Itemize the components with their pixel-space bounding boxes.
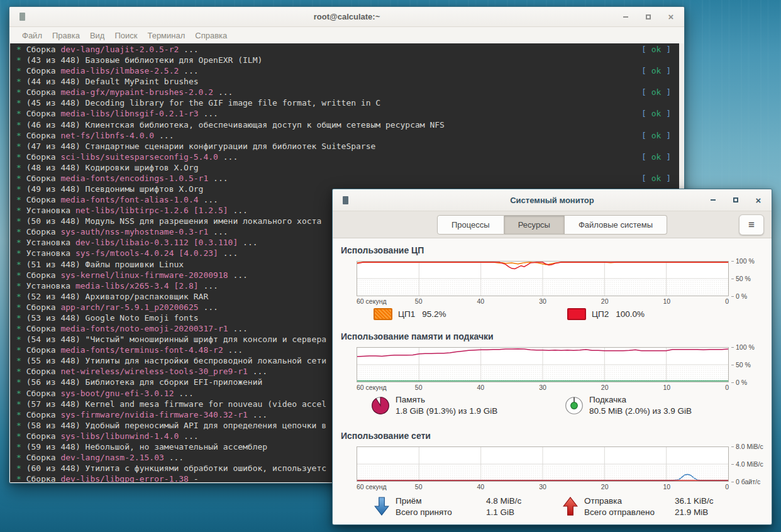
y-tick-label: 100 % [731,257,755,265]
terminal-line: * Сборка media-libs/ilmbase-2.5.2 ...[ o… [16,65,684,76]
x-tick-label: 60 секунд [357,384,387,391]
terminal-line: * (45 из 448) Decoding library for the G… [16,97,684,108]
cpu1-value: 95.2% [422,309,446,319]
y-tick-label: 50 % [731,361,751,369]
memory-section-title: Использование памяти и подкачки [341,331,771,341]
swap-pie-icon [565,396,584,415]
received-total-label: Всего принято [396,507,476,517]
terminal-line: * Сборка net-fs/libnfs-4.0.0 ...[ ok ] [16,130,684,141]
x-tick-label: 10 [663,384,670,391]
system-monitor-window: Системный монитор × Процессы Ресурсы Фай… [332,189,772,525]
x-tick-label: 60 секунд [357,483,387,490]
memory-x-axis: 60 секунд50403020100 [357,382,729,392]
terminal-line: * (47 из 448) Стандартные сценарии конфи… [16,141,684,152]
memory-label: Память [396,395,497,404]
y-tick-label: 0 % [731,292,747,300]
terminal-line: * (43 из 448) Базовые библиотеки для Ope… [16,55,684,65]
ok-status: [ ok ] [641,87,671,97]
tab-bar: Процессы Ресурсы Файловые системы ≡ [333,211,772,238]
sent-total-label: Всего отправлено [584,507,665,517]
x-tick-label: 30 [539,297,546,305]
cpu-section-title: Использование ЦП [341,245,771,255]
close-button[interactable]: × [664,11,678,23]
cpu-x-axis: 60 секунд50403020100 [357,296,729,306]
x-tick-label: 40 [477,297,484,305]
x-tick-label: 30 [539,384,546,391]
y-tick-label: 0 байт/c [731,478,760,485]
memory-pie-icon [371,396,390,415]
receive-label: Приём [396,496,476,506]
maximize-button[interactable] [729,194,743,206]
ok-status: [ ok ] [641,173,671,184]
ok-status: [ ok ] [641,108,671,119]
x-tick-label: 20 [601,483,609,490]
download-arrow-icon [374,496,390,517]
cpu1-legend: ЦП1 95.2% [374,308,446,320]
sent-total-value: 21.9 MiB [675,507,714,517]
send-rate: 36.1 KiB/c [675,496,714,506]
x-tick-label: 50 [415,384,423,391]
ok-status: [ ok ] [641,65,671,76]
menu-item-файл[interactable]: Файл [17,31,47,40]
upload-arrow-icon [562,496,579,517]
menu-item-вид[interactable]: Вид [85,31,110,40]
network-chart [357,446,729,482]
terminal-line: * (44 из 448) Default MyPaint brushes [16,76,684,87]
terminal-title: root@calculate:~ [9,12,684,21]
tab-filesystems[interactable]: Файловые системы [565,215,667,235]
network-section-title: Использование сети [341,431,771,441]
y-tick-label: 4.0 MiB/c [731,460,763,468]
tab-resources[interactable]: Ресурсы [504,215,565,235]
memory-detail: 1.8 GiB (91.3%) из 1.9 GiB [396,406,497,416]
menu-button[interactable]: ≡ [739,214,764,235]
menu-item-справка[interactable]: Справка [190,31,232,40]
x-tick-label: 30 [539,483,546,490]
terminal-menubar: ФайлПравкаВидПоискТерминалСправка [9,27,684,43]
tab-processes[interactable]: Процессы [437,215,504,235]
receive-rate: 4.8 MiB/c [486,496,521,506]
send-label: Отправка [584,496,665,506]
terminal-line: * Сборка dev-lang/luajit-2.0.5-r2 ...[ o… [16,44,684,55]
received-total-value: 1.1 GiB [486,507,521,517]
ok-status: [ ok ] [641,130,671,141]
minimize-button[interactable] [706,194,720,206]
maximize-button[interactable] [641,11,655,23]
terminal-line: * Сборка media-libs/libnsgif-0.2.1-r3 ..… [16,108,684,119]
x-tick-label: 40 [477,483,484,490]
x-tick-label: 20 [601,384,609,391]
cpu2-value: 100.0% [616,309,645,319]
terminal-line: * Сборка media-gfx/mypaint-brushes-2.0.2… [16,87,684,97]
memory-y-axis: 100 %50 %0 % [729,347,768,382]
network-receive-legend: Приём 4.8 MiB/c Всего принято 1.1 GiB [374,496,521,517]
hamburger-icon: ≡ [748,219,755,231]
terminal-line: * (46 из 448) Клиентская библиотека, обе… [16,119,684,130]
swap-legend: Подкачка 80.5 MiB (2.0%) из 3.9 GiB [565,395,692,416]
menu-item-терминал[interactable]: Терминал [142,31,190,40]
swap-label: Подкачка [589,395,692,404]
cpu2-legend: ЦП2 100.0% [567,308,645,320]
x-tick-label: 10 [663,297,670,305]
ok-status: [ ok ] [641,44,671,55]
network-x-axis: 60 секунд50403020100 [357,482,729,492]
swap-detail: 80.5 MiB (2.0%) из 3.9 GiB [589,406,692,416]
terminal-window-icon [19,13,25,21]
close-icon: × [756,196,762,205]
x-tick-label: 20 [601,297,609,305]
y-tick-label: 0 % [731,379,747,386]
resources-panel: Использование ЦП 100 %50 %0 % 60 секунд5… [333,238,771,524]
terminal-titlebar[interactable]: root@calculate:~ × [9,7,684,27]
x-tick-label: 60 секунд [357,297,387,305]
system-monitor-window-icon [343,196,348,204]
cpu1-label: ЦП1 [398,309,415,319]
menu-item-правка[interactable]: Правка [47,31,85,40]
terminal-line: * Сборка media-fonts/encodings-1.0.5-r1 … [16,173,684,184]
close-button[interactable]: × [751,194,765,206]
x-tick-label: 50 [415,297,423,305]
x-tick-label: 50 [415,483,423,490]
system-monitor-titlebar[interactable]: Системный монитор × [333,189,772,211]
cpu2-label: ЦП2 [592,309,609,319]
y-tick-label: 100 % [731,343,755,351]
minimize-button[interactable] [619,11,633,23]
y-tick-label: 50 % [731,275,751,282]
menu-item-поиск[interactable]: Поиск [109,31,142,40]
